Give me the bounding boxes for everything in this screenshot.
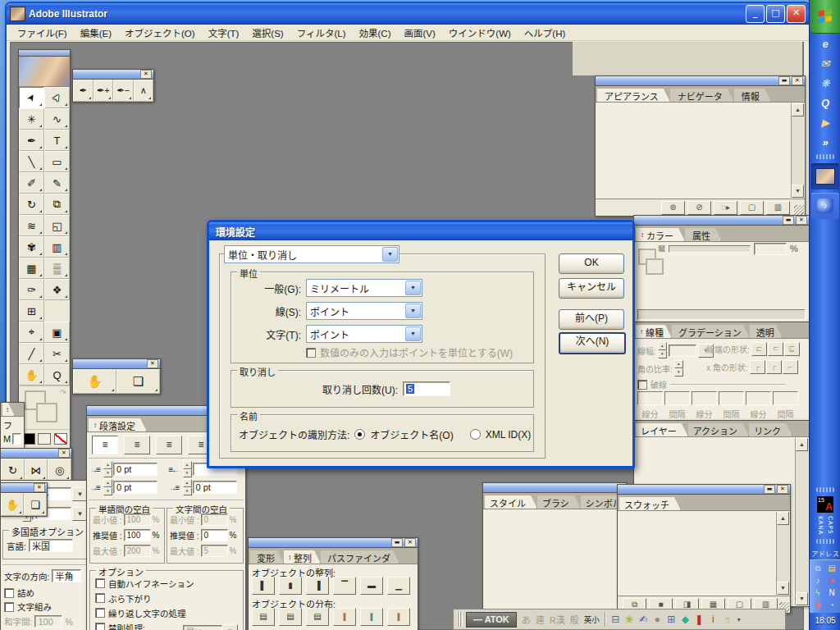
close-icon[interactable]: ✕ [147,359,158,368]
dash-field[interactable] [719,391,744,405]
object-name-radio[interactable] [354,429,365,440]
scrollbar[interactable]: ▲ ▼ [791,103,804,198]
mail-icon[interactable]: ✉ [810,53,840,73]
page-tool[interactable]: ❏ [24,493,47,516]
align-hcenter-button[interactable]: ▮ [279,577,302,595]
checkbox[interactable] [95,593,105,603]
window-titlebar[interactable]: Adobe Illustrator _ □ ✕ [7,3,809,25]
palette-titlebar[interactable]: ▬ ✕ [634,216,809,226]
dictionary-icon[interactable]: ❚ [692,614,706,625]
mesh-tool[interactable]: ▦ [19,258,44,279]
trash-icon[interactable]: ▥ [766,201,790,215]
reshape-tool[interactable]: ≋ [19,215,44,236]
menu-view[interactable]: 画面(V) [398,25,441,40]
tab-info[interactable]: 情報 [734,89,771,102]
value-field[interactable] [754,243,787,255]
maximize-button[interactable]: □ [766,5,785,23]
selection-tool[interactable]: ➤ [19,87,44,108]
task-app2[interactable]: ♪ [811,193,839,219]
tab-attributes[interactable]: 属性 [685,228,722,241]
close-icon[interactable]: ✕ [140,70,152,79]
add-anchor-point-tool[interactable]: ✒+ [94,80,114,102]
distribute-right-button[interactable]: ∥ [387,608,410,626]
duplicate-item-icon[interactable]: ▢ [740,201,764,215]
scale-tool[interactable]: ⧉ [44,194,70,215]
scroll-up-icon[interactable]: ▲ [796,438,808,451]
tab-transparency[interactable]: 透明 [750,325,783,338]
task-illustrator[interactable] [811,163,839,189]
tab-transform[interactable]: 変形 [250,550,284,564]
scroll-down-icon[interactable]: ▼ [777,582,789,595]
general-units-select[interactable]: ミリメートル ▼ [306,279,422,297]
checkbox[interactable] [95,578,105,588]
volume-icon[interactable]: ♪ [812,575,824,587]
round-join-button[interactable]: ╭ [766,360,782,374]
para-align-left-button[interactable]: ≡ [92,436,118,454]
checkbox[interactable] [95,608,105,618]
stroke-proxy[interactable] [646,258,664,275]
tab-character[interactable]: ↕ [2,403,15,416]
direct-selection-tool[interactable]: ➤ [44,87,70,108]
miter-join-button[interactable]: ┌ [750,360,765,374]
atok-mode-label[interactable]: R漢 [548,613,567,626]
tab-navigator[interactable]: ナビゲータ [670,89,734,102]
menu-file[interactable]: ファイル(F) [11,25,73,40]
hand-tool[interactable]: ✋ [1,493,24,516]
waji-field[interactable]: 100 [34,615,62,628]
tab-appearance[interactable]: アピアランス [597,89,670,102]
palette-icon[interactable]: ❀ [623,614,637,625]
hand-icon[interactable]: ☝ [720,614,734,625]
scissors-tool[interactable]: ✂ [44,343,70,364]
gradient-swatch[interactable] [38,433,51,445]
paintbrush-tool[interactable]: ✐ [19,172,44,194]
align-right-button[interactable]: ▐ [306,577,329,595]
property-window-icon[interactable]: ⊞ [664,614,678,625]
scroll-down-icon[interactable]: ▼ [792,185,804,198]
value-field[interactable]: 5 [201,545,228,557]
stroke-proxy[interactable] [36,403,57,422]
toolbox-drag-bar[interactable] [19,50,70,57]
tab-swatches[interactable]: スウォッチ [619,497,681,510]
gradient-tool[interactable]: ▒ [44,258,70,279]
stroke-units-select[interactable]: ポイント ▼ [306,302,422,320]
para-align-right-button[interactable]: ≡ [156,436,182,454]
atok-button[interactable]: — ATOK [466,612,517,628]
spinner[interactable]: ▴▾ [103,461,112,477]
taskbar-clock[interactable]: 18:05 [815,616,835,625]
symbol-sprayer-tool[interactable]: ✾ [19,236,44,258]
twirl-tool[interactable]: ◎ [48,459,71,482]
distribute-hcenter-button[interactable]: ∥ [360,608,383,626]
spinner[interactable]: ▴▾ [103,479,112,495]
start-button[interactable] [810,0,840,34]
menu-filter[interactable]: フィルタ(L) [291,25,352,40]
convert-anchor-point-tool[interactable]: ∧ [134,80,154,102]
para-align-center-button[interactable]: ≡ [124,436,150,454]
ie-icon[interactable]: e [810,34,840,53]
tearoff-titlebar[interactable]: ✕ [1,483,47,493]
minimize-icon[interactable]: ▬ [391,538,403,547]
align-top-button[interactable]: ▔ [333,577,356,595]
kinsoku-combo[interactable]: 弱い ▾ [183,624,238,630]
distribute-vcenter-button[interactable]: ▤ [279,608,302,626]
checkbox[interactable] [4,602,14,612]
menu-object[interactable]: オブジェクト(O) [119,25,201,40]
scroll-up-icon[interactable]: ▲ [777,512,789,525]
line-segment-tool[interactable]: ╲ [19,151,44,172]
align-left-button[interactable]: ▌ [252,577,275,595]
direction-field[interactable]: 半角 [52,569,81,582]
color-spectrum-bar[interactable] [637,309,806,320]
align-vcenter-button[interactable]: ▬ [360,577,383,595]
type-tool[interactable]: T [44,130,70,151]
chevron-down-icon[interactable]: ▾ [222,624,238,630]
quicktime-icon[interactable]: Q [810,93,840,112]
appearance-list[interactable]: ▲ ▼ [596,103,805,199]
cancel-button[interactable]: キャンセル [559,278,624,299]
menu-edit[interactable]: 編集(E) [75,25,117,40]
tab-links[interactable]: リンク [749,423,792,436]
atok-mode-label[interactable]: 英小 [582,614,601,625]
knife-tool[interactable]: ╱ [19,343,44,364]
atok-n-icon[interactable]: N [826,587,838,599]
dash-field[interactable] [746,391,771,405]
grid-tool[interactable]: ⊞ [19,300,44,322]
pen-tool[interactable]: ✒ [73,80,94,102]
